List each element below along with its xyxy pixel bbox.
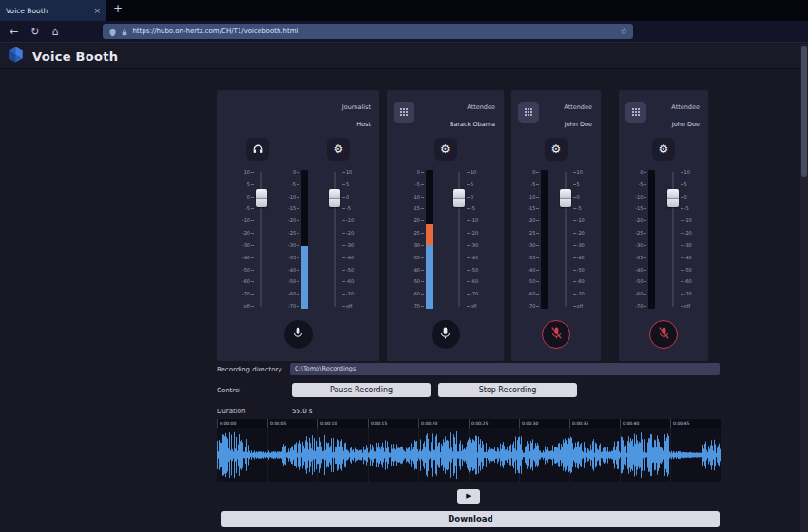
shield-icon (108, 23, 117, 41)
volume-fader[interactable] (453, 170, 465, 309)
mic-muted-button[interactable] (542, 320, 570, 349)
lock-icon (121, 23, 128, 41)
monitor-button[interactable] (246, 138, 269, 161)
channel-name: John Doe (564, 121, 592, 128)
reload-icon[interactable]: ↻ (30, 27, 39, 37)
timeline-tick: 0:00:45 (670, 419, 721, 428)
tab-title: Voice Booth (6, 7, 89, 15)
duration-label: Duration (217, 408, 245, 415)
volume-fader[interactable] (329, 170, 340, 309)
browser-tab[interactable]: Voice Booth × (0, 0, 106, 21)
mic-muted-button[interactable] (649, 320, 678, 349)
url-bar[interactable]: https://hubo.on-hertz.com/CH/T1/voiceboo… (103, 24, 633, 39)
duration-value: 55.0 s (292, 408, 312, 415)
dialpad-icon (398, 104, 410, 122)
channel-name: John Doe (671, 121, 700, 128)
channel-settings-button[interactable]: ⚙ (327, 138, 350, 161)
tab-bar: Voice Booth × + (0, 0, 808, 21)
fader-knob[interactable] (667, 189, 679, 207)
db-scale: 0-5-10-15-20-25-30-35-40-50-60-70 (635, 170, 646, 309)
recording-timeline: 0:00:000:00:050:00:100:00:150:00:200:00:… (217, 419, 721, 482)
page-title: Voice Booth (32, 49, 118, 64)
timeline-tick: 0:00:10 (317, 419, 368, 428)
timeline-tick: 0:00:35 (569, 419, 620, 428)
pause-recording-button[interactable]: Pause Recording (292, 383, 431, 397)
channel-role: Attendee (564, 104, 592, 111)
waveform-display[interactable] (217, 428, 721, 482)
mic-muted-icon (549, 326, 564, 344)
channel-role: Attendee (450, 104, 495, 111)
timeline-tick: 0:00:40 (620, 419, 670, 428)
tab-close-icon[interactable]: × (89, 6, 101, 15)
fader-knob[interactable] (256, 189, 267, 207)
play-button[interactable]: ▶ (457, 489, 480, 504)
channel-panel: Attendee Barack Obama ⚙ 0-5-10-15-20-25-… (387, 90, 504, 361)
db-scale: 1050-5-10-20-30-40-50-60-70off (342, 170, 354, 309)
channel-role: Journalist (342, 104, 371, 111)
new-tab-button[interactable]: + (113, 2, 123, 15)
timeline-ruler: 0:00:000:00:050:00:100:00:150:00:200:00:… (217, 419, 721, 428)
channel-name: Barack Obama (450, 121, 495, 128)
timeline-tick: 0:00:15 (368, 419, 418, 428)
channel-panel: Attendee John Doe ⚙ 0-5-10-15-20-25-30-3… (619, 90, 708, 361)
home-icon[interactable]: ⌂ (51, 27, 58, 37)
db-scale: 1050-5-10-20-30-40-50-60-70off (573, 170, 585, 309)
dialpad-button[interactable] (625, 102, 646, 123)
volume-fader[interactable] (560, 170, 571, 309)
channel-panel: Attendee John Doe ⚙ 0-5-10-15-20-25-30-3… (511, 90, 601, 361)
fader-knob[interactable] (560, 189, 571, 207)
fader-knob[interactable] (329, 189, 340, 207)
level-meter (541, 170, 548, 309)
page-scrollbar[interactable] (800, 44, 808, 532)
gear-icon: ⚙ (440, 143, 451, 155)
db-scale: 0-5-10-15-20-25-30-35-40-50-60-70 (528, 170, 539, 309)
stop-recording-button[interactable]: Stop Recording (438, 383, 577, 397)
gear-icon: ⚙ (659, 143, 669, 155)
db-scale: 0-5-10-15-20-25-30-35-40-50-60-70 (413, 170, 424, 309)
mic-muted-icon (657, 326, 671, 344)
fader-knob[interactable] (453, 189, 465, 207)
app-header: Voice Booth (0, 44, 800, 69)
scrollbar-thumb[interactable] (801, 46, 807, 177)
headphones-icon (252, 142, 264, 157)
channel-settings-button[interactable]: ⚙ (652, 138, 675, 161)
gear-icon: ⚙ (551, 143, 562, 155)
volume-fader[interactable] (256, 170, 267, 309)
dialpad-icon (523, 104, 534, 122)
recording-directory-label: Recording directory (217, 366, 282, 373)
timeline-tick: 0:00:25 (469, 419, 519, 428)
recording-directory-input[interactable]: C:\Temp\Recordings (290, 363, 720, 375)
bookmark-star-icon[interactable]: ☆ (620, 27, 627, 36)
db-scale: 1050-5-10-20-30-40-50-60-70off (467, 170, 478, 309)
timeline-tick: 0:00:20 (418, 419, 469, 428)
browser-window: Voice Booth × + ← ↻ ⌂ https://hubo.on-he… (0, 0, 808, 532)
level-meter (426, 170, 433, 309)
navigation-bar: ← ↻ ⌂ https://hubo.on-hertz.com/CH/T1/vo… (0, 21, 808, 43)
channel-settings-button[interactable]: ⚙ (434, 138, 457, 161)
timeline-tick: 0:00:05 (267, 419, 317, 428)
mic-button[interactable] (284, 320, 313, 349)
db-scale: 1050-5-10-20-30-40-50-60-70off (681, 170, 692, 309)
back-icon[interactable]: ← (10, 27, 18, 37)
dialpad-button[interactable] (518, 102, 539, 123)
channel-panel: Journalist Host ⚙ 1050-5-10-20-30-40-50-… (217, 90, 379, 361)
channel-role: Attendee (671, 104, 700, 111)
timeline-tick: 0:00:00 (217, 419, 267, 428)
channel-settings-button[interactable]: ⚙ (545, 138, 568, 161)
level-meter (648, 170, 655, 309)
timeline-tick: 0:00:30 (519, 419, 569, 428)
db-scale: 1050-5-10-20-30-40-50-60-70off (242, 170, 254, 309)
mic-icon (291, 326, 305, 344)
dialpad-icon (630, 104, 642, 122)
dialpad-button[interactable] (394, 102, 414, 123)
volume-fader[interactable] (667, 170, 679, 309)
channel-name: Host (342, 121, 371, 128)
gear-icon: ⚙ (334, 143, 344, 155)
mic-button[interactable] (432, 320, 460, 349)
download-button[interactable]: Download (221, 511, 720, 527)
db-scale: 0-5-10-15-20-25-30-35-40-50-60-70 (288, 170, 299, 309)
channel-strips: Journalist Host ⚙ 1050-5-10-20-30-40-50-… (217, 90, 708, 361)
control-label: Control (217, 387, 240, 394)
mic-icon (438, 326, 452, 344)
level-meter (301, 170, 308, 309)
